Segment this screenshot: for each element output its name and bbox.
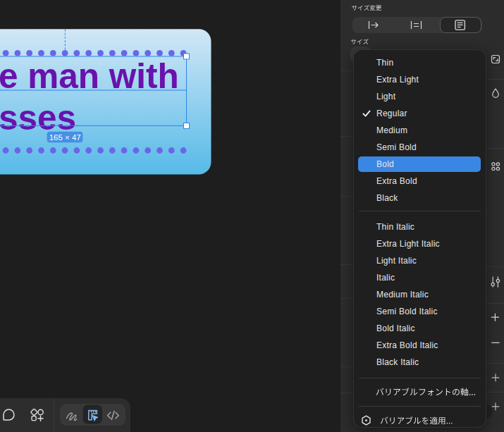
svg-text:sses: sses <box>0 98 76 137</box>
svg-text:e man with: e man with <box>0 56 179 95</box>
svg-text:165 × 47: 165 × 47 <box>49 133 81 142</box>
